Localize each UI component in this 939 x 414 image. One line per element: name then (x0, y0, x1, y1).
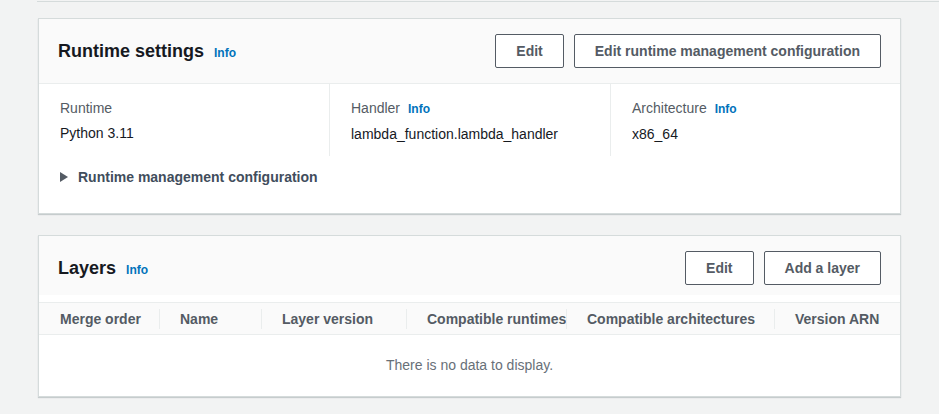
architecture-field-label: Architecture Info (632, 100, 890, 117)
runtime-management-configuration-expander[interactable]: Runtime management configuration (39, 156, 900, 185)
runtime-settings-title-group: Runtime settings Info (58, 40, 236, 62)
runtime-settings-fields: Runtime Python 3.11 Handler Info lambda_… (39, 84, 900, 156)
handler-info-link[interactable]: Info (408, 101, 430, 117)
edit-runtime-settings-button[interactable]: Edit (495, 34, 563, 68)
expand-caret-icon (60, 172, 68, 182)
runtime-settings-info-link[interactable]: Info (214, 46, 236, 60)
handler-label-text: Handler (351, 100, 400, 116)
runtime-management-configuration-label: Runtime management configuration (78, 169, 318, 185)
column-header-name: Name (159, 311, 261, 327)
runtime-settings-header: Runtime settings Info Edit Edit runtime … (39, 19, 900, 84)
runtime-field-value: Python 3.11 (60, 125, 319, 141)
runtime-field-label: Runtime (60, 100, 319, 116)
architecture-field: Architecture Info x86_64 (610, 84, 900, 156)
architecture-info-link[interactable]: Info (715, 101, 737, 117)
edit-layers-button[interactable]: Edit (685, 251, 753, 285)
content-top-divider (37, 1, 939, 2)
layers-info-link[interactable]: Info (126, 263, 148, 277)
column-header-version-arn: Version ARN (774, 311, 900, 327)
layers-table-empty-message: There is no data to display. (39, 335, 900, 395)
layers-actions: Edit Add a layer (685, 251, 881, 285)
architecture-field-value: x86_64 (632, 126, 890, 142)
handler-field-label: Handler Info (351, 100, 600, 117)
edit-runtime-management-configuration-button[interactable]: Edit runtime management configuration (574, 34, 881, 68)
handler-field-value: lambda_function.lambda_handler (351, 126, 600, 142)
runtime-settings-actions: Edit Edit runtime management configurati… (495, 34, 881, 68)
column-header-merge-order: Merge order (39, 311, 159, 327)
column-header-compatible-architectures: Compatible architectures (566, 311, 774, 327)
layers-title: Layers (58, 257, 116, 279)
add-a-layer-button[interactable]: Add a layer (764, 251, 881, 285)
runtime-settings-title: Runtime settings (58, 40, 204, 62)
runtime-settings-card: Runtime settings Info Edit Edit runtime … (38, 18, 901, 214)
runtime-field: Runtime Python 3.11 (39, 84, 329, 156)
runtime-label-text: Runtime (60, 100, 112, 116)
architecture-label-text: Architecture (632, 100, 707, 116)
layers-header: Layers Info Edit Add a layer (39, 236, 900, 295)
layers-table-header: Merge order Name Layer version Compatibl… (39, 302, 900, 335)
column-header-layer-version: Layer version (261, 311, 406, 327)
handler-field: Handler Info lambda_function.lambda_hand… (329, 84, 610, 156)
layers-title-group: Layers Info (58, 257, 148, 279)
layers-card: Layers Info Edit Add a layer Merge order… (38, 235, 901, 397)
column-header-compatible-runtimes: Compatible runtimes (406, 311, 566, 327)
